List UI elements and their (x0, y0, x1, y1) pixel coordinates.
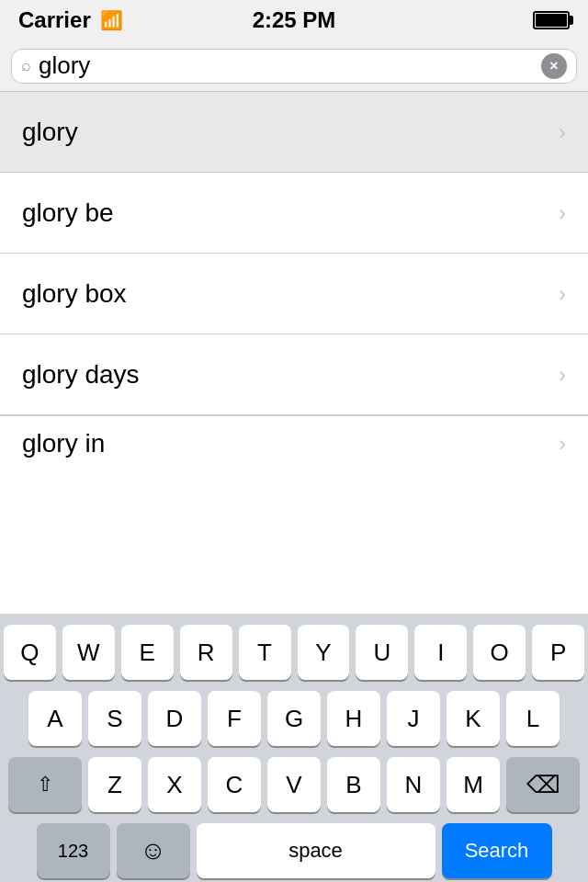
key-m[interactable]: M (447, 757, 500, 812)
key-v[interactable]: V (267, 757, 321, 812)
key-n[interactable]: N (387, 757, 440, 812)
suggestion-text: glory in (22, 429, 105, 458)
battery-icon (533, 11, 570, 29)
chevron-right-icon: › (559, 200, 566, 226)
key-t[interactable]: T (239, 625, 291, 680)
key-w[interactable]: W (62, 625, 115, 680)
key-f[interactable]: F (208, 691, 261, 746)
keyboard: Q W E R T Y U I O P A S D F G H J K L ⇧ … (0, 614, 588, 882)
key-q[interactable]: Q (4, 625, 56, 680)
key-o[interactable]: O (473, 625, 526, 680)
keyboard-row-1: Q W E R T Y U I O P (4, 625, 584, 680)
key-b[interactable]: B (327, 757, 380, 812)
shift-key[interactable]: ⇧ (8, 757, 82, 812)
suggestion-text: glory days (22, 360, 140, 390)
suggestion-text: glory box (22, 279, 127, 309)
search-bar: ⌕ × (0, 40, 588, 92)
suggestion-item[interactable]: glory › (0, 92, 588, 173)
suggestion-item[interactable]: glory box › (0, 254, 588, 334)
key-c[interactable]: C (208, 757, 261, 812)
emoji-key[interactable]: ☺ (117, 823, 190, 878)
suggestion-item-partial[interactable]: glory in › (0, 415, 588, 470)
key-u[interactable]: U (356, 625, 408, 680)
suggestion-item[interactable]: glory be › (0, 173, 588, 254)
key-r[interactable]: R (180, 625, 232, 680)
shift-icon: ⇧ (37, 773, 53, 797)
key-h[interactable]: H (327, 691, 380, 746)
carrier-label: Carrier (18, 7, 91, 33)
key-i[interactable]: I (414, 625, 467, 680)
chevron-right-icon: › (559, 119, 566, 145)
chevron-right-icon: › (559, 431, 566, 457)
key-j[interactable]: J (387, 691, 440, 746)
backspace-key[interactable]: ⌫ (506, 757, 580, 812)
backspace-icon: ⌫ (526, 771, 560, 799)
keyboard-row-2: A S D F G H J K L (4, 691, 584, 746)
numbers-key[interactable]: 123 (37, 823, 110, 878)
key-a[interactable]: A (28, 691, 82, 746)
chevron-right-icon: › (559, 281, 566, 307)
suggestions-list: glory › glory be › glory box › glory day… (0, 92, 588, 470)
key-p[interactable]: P (532, 625, 584, 680)
key-z[interactable]: Z (88, 757, 141, 812)
keyboard-row-3: ⇧ Z X C V B N M ⌫ (4, 757, 584, 812)
status-left: Carrier 📶 (18, 7, 123, 33)
space-key[interactable]: space (197, 823, 435, 878)
search-key[interactable]: Search (442, 823, 552, 878)
key-e[interactable]: E (121, 625, 174, 680)
emoji-icon: ☺ (140, 836, 166, 865)
key-x[interactable]: X (148, 757, 201, 812)
search-input-wrapper: ⌕ × (11, 49, 577, 84)
search-icon: ⌕ (21, 56, 31, 75)
chevron-right-icon: › (559, 362, 566, 388)
key-k[interactable]: K (447, 691, 500, 746)
clear-button[interactable]: × (541, 53, 567, 79)
status-right (533, 11, 570, 29)
keyboard-row-4: 123 ☺ space Search (4, 823, 584, 878)
wifi-icon: 📶 (100, 9, 123, 31)
status-time: 2:25 PM (253, 7, 336, 33)
key-y[interactable]: Y (298, 625, 350, 680)
key-l[interactable]: L (506, 691, 560, 746)
key-d[interactable]: D (148, 691, 201, 746)
suggestion-text: glory (22, 118, 78, 147)
suggestion-text: glory be (22, 198, 114, 228)
key-g[interactable]: G (267, 691, 321, 746)
search-input[interactable] (39, 51, 541, 80)
status-bar: Carrier 📶 2:25 PM (0, 0, 588, 40)
key-s[interactable]: S (88, 691, 141, 746)
suggestion-item[interactable]: glory days › (0, 334, 588, 415)
